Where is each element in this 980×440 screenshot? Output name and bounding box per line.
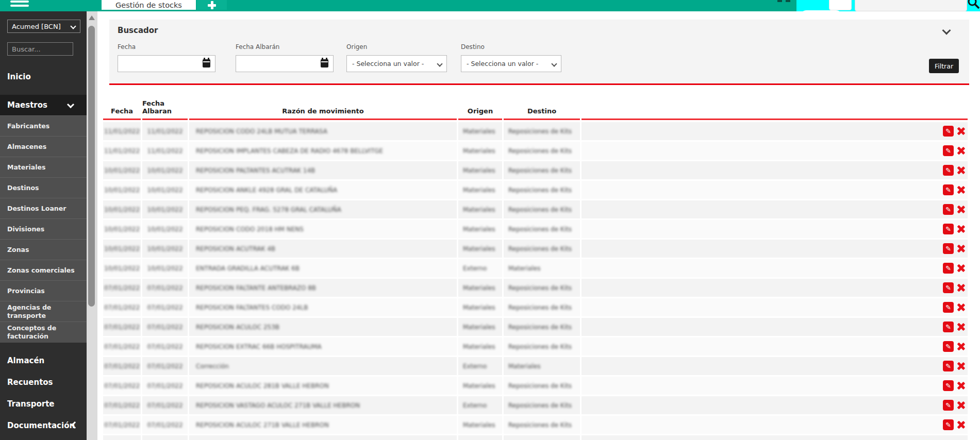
sidebar-item-destinos-loaner[interactable]: Destinos Loaner [0, 198, 87, 218]
row-actions: ✎ [582, 377, 968, 395]
calendar-icon[interactable] [321, 59, 328, 67]
scrollbar-up-arrow-icon[interactable] [89, 15, 95, 20]
table-cell: REPOSICION ACULOC 271B VALLE HEBRON [189, 416, 457, 434]
edit-button[interactable]: ✎ [943, 204, 954, 215]
edit-button[interactable]: ✎ [943, 145, 954, 156]
sidebar-item-recuentos[interactable]: Recuentos [0, 371, 87, 393]
delete-button[interactable] [956, 303, 966, 312]
table-cell: 07/01/2022 [103, 318, 141, 336]
table-cell: REPOSICION CODO 2018 HM NENS [189, 220, 457, 238]
edit-button[interactable]: ✎ [943, 380, 954, 391]
sidebar-search-input[interactable] [7, 42, 73, 56]
header-search-input[interactable] [855, 0, 967, 11]
table-cell: REPOSICION ACUTRAK 4B [189, 240, 457, 258]
delete-button[interactable] [956, 185, 966, 195]
table-cell: 07/01/2022 [142, 298, 188, 316]
sidebar-item-divisiones[interactable]: Divisiones [0, 218, 87, 239]
scrollbar-thumb[interactable] [88, 26, 95, 307]
sidebar-item-almacenes[interactable]: Almacenes [0, 136, 87, 157]
sidebar-item-documentación[interactable]: Documentación [0, 415, 87, 436]
delete-button[interactable] [956, 166, 966, 175]
delete-button[interactable] [956, 127, 966, 136]
edit-button[interactable]: ✎ [943, 400, 954, 411]
edit-button[interactable]: ✎ [943, 126, 954, 137]
destino-select[interactable]: - Selecciona un valor - [461, 55, 561, 72]
edit-button[interactable]: ✎ [943, 302, 954, 313]
sidebar-item-destinos[interactable]: Destinos [0, 177, 87, 198]
table-cell: REPOSICION PEQ. FRAG. 5278 GRAL CATALUÑA [189, 200, 457, 218]
table-cell [458, 435, 502, 440]
delete-button[interactable] [956, 205, 966, 214]
edit-button[interactable]: ✎ [943, 419, 954, 430]
row-actions: ✎ [582, 220, 968, 238]
table-cell: Reposiciones de Kits [504, 298, 580, 316]
delete-button[interactable] [956, 283, 966, 293]
edit-button[interactable]: ✎ [943, 184, 954, 195]
table-cell: REPOSICION CODO 24LB MUTUA TERRASA [189, 122, 457, 140]
delete-button[interactable] [956, 146, 966, 156]
table-cell: REPOSICION ACULOC 253B [189, 318, 457, 336]
row-actions: ✎ [582, 240, 968, 258]
table-row: 07/01/202207/01/2022REPOSICION FALTANTE … [103, 279, 968, 297]
sidebar-item-label: Documentación [7, 421, 75, 430]
delete-button[interactable] [956, 420, 966, 430]
table-cell: REPOSICION FALTANTES CODO 24LB [189, 298, 457, 316]
sidebar-item-conceptos-de-facturación[interactable]: Conceptos de facturación [0, 321, 87, 342]
table-row: 11/01/202211/01/2022REPOSICION IMPLANTES… [103, 142, 968, 160]
delete-button[interactable] [956, 362, 966, 371]
hamburger-menu-icon[interactable] [10, 0, 29, 8]
company-selector[interactable]: Acumed [BCN] [7, 20, 80, 33]
sidebar-item-almacén[interactable]: Almacén [0, 350, 87, 371]
sidebar-item-inicio[interactable]: Inicio [0, 66, 87, 88]
delete-button[interactable] [956, 264, 966, 273]
delete-button[interactable] [956, 381, 966, 391]
delete-button[interactable] [956, 342, 966, 351]
sidebar-item-transporte[interactable]: Transporte [0, 393, 87, 415]
filtrar-button[interactable]: Filtrar [929, 59, 959, 73]
origen-select[interactable]: - Selecciona un valor - [346, 55, 447, 72]
sidebar-item-fabricantes[interactable]: Fabricantes [0, 115, 87, 136]
table-cell: 11/01/2022 [103, 122, 141, 140]
delete-button[interactable] [956, 401, 966, 410]
edit-button[interactable]: ✎ [943, 361, 954, 371]
fecha-albaran-date-input[interactable] [236, 55, 334, 72]
table-cell: 07/01/2022 [142, 357, 188, 375]
table-cell [189, 435, 457, 440]
field-label: Fecha [118, 43, 215, 50]
field-label: Origen [346, 43, 447, 50]
sidebar-item-materiales[interactable]: Materiales [0, 157, 87, 177]
calendar-icon[interactable] [203, 59, 210, 67]
delete-button[interactable] [956, 225, 966, 234]
edit-button[interactable]: ✎ [943, 224, 954, 234]
table-row: 07/01/202207/01/2022CorrecciónExternoMat… [103, 357, 968, 375]
edit-button[interactable]: ✎ [943, 263, 954, 274]
sidebar-item-provincias[interactable]: Provincias [0, 280, 87, 301]
sidebar-item-zonas-comerciales[interactable]: Zonas comerciales [0, 260, 87, 280]
edit-button[interactable]: ✎ [943, 341, 954, 352]
collapse-panel-button[interactable] [943, 26, 956, 38]
chevron-down-icon [70, 23, 76, 29]
sidebar-item-agencias-de-transporte[interactable]: Agencias de transporte [0, 301, 87, 321]
search-icon[interactable] [967, 0, 980, 9]
tab-gestion-de-stocks[interactable]: Gestión de stocks [102, 0, 196, 10]
table-row: 07/01/202207/01/2022REPOSICION ACULOC 25… [103, 318, 968, 336]
table-cell: 10/01/2022 [103, 220, 141, 238]
table-cell [103, 435, 141, 440]
table-cell: Reposiciones de Kits [504, 377, 580, 395]
table-cell: 07/01/2022 [103, 298, 141, 316]
sidebar-item-usuarios[interactable]: Usuarios [0, 436, 87, 440]
sidebar-item-maestros[interactable]: Maestros [0, 95, 87, 115]
edit-button[interactable]: ✎ [943, 282, 954, 293]
new-tab-button[interactable] [197, 0, 227, 10]
table-row: 07/01/202207/01/2022REPOSICION ACULOC 27… [103, 416, 968, 434]
delete-button[interactable] [956, 323, 966, 332]
fecha-date-input[interactable] [118, 55, 215, 72]
edit-button[interactable]: ✎ [943, 243, 954, 254]
table-cell: Reposiciones de Kits [504, 337, 580, 356]
table-cell: 07/01/2022 [103, 416, 141, 434]
edit-button[interactable]: ✎ [943, 165, 954, 176]
delete-button[interactable] [956, 244, 966, 253]
sidebar-item-zonas[interactable]: Zonas [0, 239, 87, 260]
sidebar-scrollbar[interactable] [87, 11, 97, 440]
edit-button[interactable]: ✎ [943, 321, 954, 332]
